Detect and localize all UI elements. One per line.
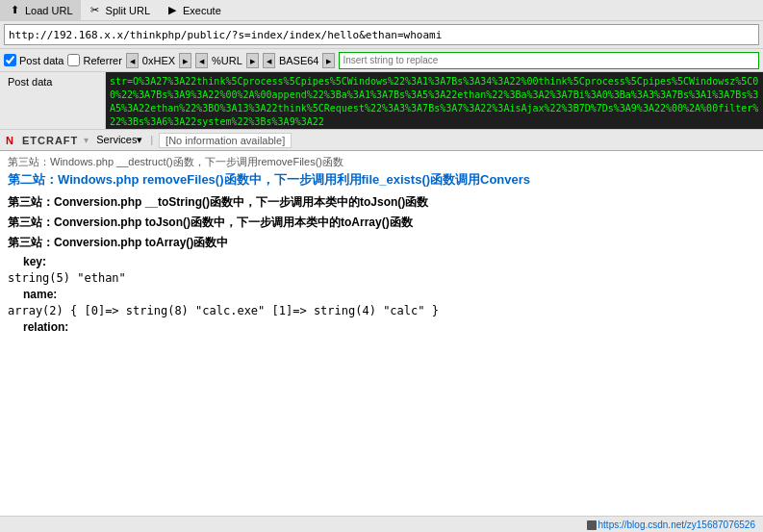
- web-line-5: 第三站：Conversion.php toArray()函数中: [8, 235, 755, 251]
- web-line-1-truncated: 第三站：Windows.php __destruct()函数，下一步调用remo…: [8, 155, 755, 169]
- post-data-label: Post data: [0, 72, 106, 130]
- execute-icon: ▶: [165, 4, 179, 17]
- toolbar: ⬆ Load URL ✂ Split URL ▶ Execute: [0, 0, 763, 21]
- key-label: key:: [8, 255, 755, 268]
- base64-right-arrow[interactable]: [322, 53, 335, 68]
- status-netcraft-icon: [587, 520, 597, 530]
- key-value: string(5) "ethan": [8, 271, 755, 285]
- web-line-2-blue[interactable]: 第二站：Windows.php removeFiles()函数中，下一步调用利用…: [8, 171, 755, 189]
- url-left-arrow[interactable]: [195, 53, 208, 68]
- arrow-left-icon: [130, 56, 135, 65]
- arrow-right-icon2: [250, 56, 255, 65]
- arrow-left-icon3: [267, 56, 271, 65]
- post-data-row: Post data str=O%3A27%3A22think%5Cprocess…: [0, 72, 763, 130]
- base64-left-arrow[interactable]: [263, 53, 275, 68]
- relation-label: relation:: [8, 320, 755, 334]
- name-label: name:: [8, 288, 755, 301]
- netcraft-separator2: |: [150, 135, 153, 145]
- hex-right-arrow[interactable]: [179, 53, 191, 68]
- load-url-button[interactable]: ⬆ Load URL: [0, 0, 81, 20]
- insert-string-input[interactable]: [339, 52, 759, 69]
- split-url-icon: ✂: [89, 4, 102, 17]
- netcraft-logo: NNETCRAFTETCRAFT: [6, 135, 78, 146]
- referrer-checkbox-label[interactable]: Referrer: [67, 54, 121, 66]
- referrer-checkbox[interactable]: [67, 54, 80, 66]
- arrow-left-icon2: [199, 56, 204, 65]
- base64-label: BASE64: [279, 55, 319, 66]
- netcraft-bar: NNETCRAFTETCRAFT ▾ Services▾ | [No infor…: [0, 130, 763, 151]
- status-bar: https://blog.csdn.net/zy15687076526: [0, 516, 763, 532]
- name-value: array(2) { [0]=> string(8) "calc.exe" [1…: [8, 304, 755, 317]
- request-bar: Post data Referrer 0xHEX %URL: [0, 49, 763, 72]
- hex-label: 0xHEX: [142, 55, 175, 66]
- load-url-icon: ⬆: [8, 4, 21, 17]
- arrow-right-icon3: [326, 56, 331, 65]
- post-data-checkbox-label[interactable]: Post data: [4, 54, 64, 66]
- url-bar: [0, 21, 763, 49]
- services-button[interactable]: Services▾: [94, 134, 144, 146]
- netcraft-separator: ▾: [84, 135, 89, 145]
- content-area: Post data Referrer 0xHEX %URL: [0, 49, 763, 532]
- web-content: 第三站：Windows.php __destruct()函数，下一步调用remo…: [0, 151, 763, 516]
- arrow-right-icon: [183, 56, 188, 65]
- url-right-arrow[interactable]: [246, 53, 259, 68]
- main-area: Post data Referrer 0xHEX %URL: [0, 49, 763, 532]
- status-url: https://blog.csdn.net/zy15687076526: [598, 519, 755, 530]
- web-line-3: 第三站：Conversion.php __toString()函数中，下一步调用…: [8, 194, 755, 211]
- web-line-4: 第三站：Conversion.php toJson()函数中，下一步调用本类中的…: [8, 215, 755, 231]
- url-encode-label: %URL: [212, 55, 242, 66]
- split-url-button[interactable]: ✂ Split URL: [81, 0, 158, 20]
- hex-left-arrow[interactable]: [126, 53, 139, 68]
- post-data-content[interactable]: str=O%3A27%3A22think%5Cprocess%5Cpipes%5…: [106, 72, 763, 130]
- execute-button[interactable]: ▶ Execute: [158, 0, 229, 20]
- url-input[interactable]: [4, 24, 759, 45]
- no-info-label: [No information available]: [159, 133, 292, 148]
- post-data-checkbox[interactable]: [4, 54, 16, 66]
